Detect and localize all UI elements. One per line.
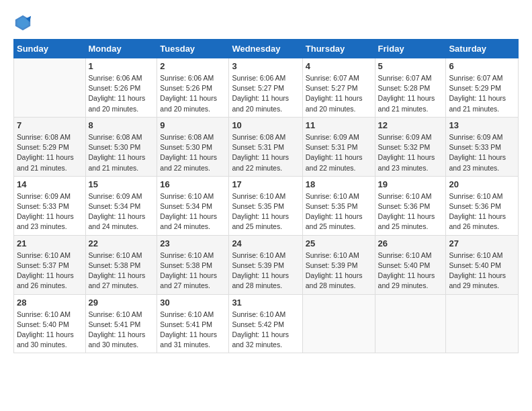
daylight-label: Daylight: 11 hours and 24 minutes. [160,212,217,230]
sunrise-label: Sunrise: 6:09 AM [89,192,142,200]
sunrise-label: Sunrise: 6:10 AM [232,192,285,200]
day-number: 11 [306,120,372,130]
sunrise-label: Sunrise: 6:06 AM [160,74,214,82]
page-header [13,13,519,32]
day-info: Sunrise: 6:08 AM Sunset: 5:30 PM Dayligh… [89,132,154,173]
day-number: 24 [232,238,299,248]
calendar-cell: 28 Sunrise: 6:10 AM Sunset: 5:40 PM Dayl… [14,294,86,353]
calendar-cell: 31 Sunrise: 6:10 AM Sunset: 5:42 PM Dayl… [229,294,302,353]
weekday-header-saturday: Saturday [446,40,519,58]
weekday-header-tuesday: Tuesday [157,40,229,58]
daylight-label: Daylight: 11 hours and 25 minutes. [378,212,435,230]
day-number: 27 [449,238,515,248]
sunrise-label: Sunrise: 6:10 AM [160,251,214,259]
calendar-week-row: 7 Sunrise: 6:08 AM Sunset: 5:29 PM Dayli… [14,117,519,176]
calendar-week-row: 28 Sunrise: 6:10 AM Sunset: 5:40 PM Dayl… [14,294,519,353]
calendar-cell [375,294,446,353]
sunrise-label: Sunrise: 6:10 AM [378,251,432,259]
sunrise-label: Sunrise: 6:10 AM [306,251,359,259]
day-info: Sunrise: 6:10 AM Sunset: 5:40 PM Dayligh… [449,250,515,291]
day-number: 21 [17,238,83,248]
calendar-week-row: 14 Sunrise: 6:09 AM Sunset: 5:33 PM Dayl… [14,176,519,235]
sunset-label: Sunset: 5:40 PM [449,261,501,269]
day-number: 26 [378,238,443,248]
sunrise-label: Sunrise: 6:10 AM [232,310,285,318]
sunset-label: Sunset: 5:42 PM [232,320,284,328]
day-info: Sunrise: 6:10 AM Sunset: 5:37 PM Dayligh… [17,250,83,291]
sunset-label: Sunset: 5:35 PM [306,202,358,210]
day-number: 12 [378,120,443,130]
day-number: 13 [449,120,515,130]
sunrise-label: Sunrise: 6:09 AM [17,192,71,200]
sunrise-label: Sunrise: 6:10 AM [378,192,432,200]
sunset-label: Sunset: 5:33 PM [449,143,501,151]
sunset-label: Sunset: 5:37 PM [17,261,69,269]
sunset-label: Sunset: 5:26 PM [89,84,141,92]
day-number: 18 [306,179,372,189]
calendar-cell: 5 Sunrise: 6:07 AM Sunset: 5:28 PM Dayli… [375,58,446,118]
sunrise-label: Sunrise: 6:06 AM [232,74,285,82]
sunrise-label: Sunrise: 6:09 AM [306,133,359,141]
calendar-cell: 19 Sunrise: 6:10 AM Sunset: 5:36 PM Dayl… [375,176,446,235]
calendar-cell: 23 Sunrise: 6:10 AM Sunset: 5:38 PM Dayl… [157,235,229,294]
daylight-label: Daylight: 11 hours and 28 minutes. [306,271,363,289]
daylight-label: Daylight: 11 hours and 20 minutes. [160,94,217,112]
day-number: 5 [378,61,443,71]
day-info: Sunrise: 6:10 AM Sunset: 5:42 PM Dayligh… [232,310,299,351]
sunrise-label: Sunrise: 6:10 AM [449,251,502,259]
day-info: Sunrise: 6:09 AM Sunset: 5:33 PM Dayligh… [449,132,515,173]
calendar-cell [302,294,375,353]
day-number: 10 [232,120,299,130]
day-number: 20 [449,179,515,189]
day-number: 4 [306,61,372,71]
daylight-label: Daylight: 11 hours and 21 minutes. [378,94,435,112]
sunset-label: Sunset: 5:28 PM [378,84,431,92]
calendar-cell [14,58,86,118]
daylight-label: Daylight: 11 hours and 21 minutes. [449,94,506,112]
day-info: Sunrise: 6:10 AM Sunset: 5:41 PM Dayligh… [89,310,154,351]
sunset-label: Sunset: 5:36 PM [378,202,431,210]
day-number: 17 [232,179,299,189]
sunrise-label: Sunrise: 6:06 AM [89,74,142,82]
sunrise-label: Sunrise: 6:08 AM [89,133,142,141]
daylight-label: Daylight: 11 hours and 27 minutes. [160,271,217,289]
calendar-cell: 14 Sunrise: 6:09 AM Sunset: 5:33 PM Dayl… [14,176,86,235]
daylight-label: Daylight: 11 hours and 27 minutes. [89,271,146,289]
day-info: Sunrise: 6:09 AM Sunset: 5:32 PM Dayligh… [378,132,443,173]
day-info: Sunrise: 6:06 AM Sunset: 5:26 PM Dayligh… [89,73,154,114]
sunset-label: Sunset: 5:34 PM [160,202,212,210]
calendar-cell: 15 Sunrise: 6:09 AM Sunset: 5:34 PM Dayl… [85,176,157,235]
sunset-label: Sunset: 5:27 PM [306,84,358,92]
sunrise-label: Sunrise: 6:07 AM [378,74,432,82]
sunset-label: Sunset: 5:33 PM [17,202,69,210]
day-info: Sunrise: 6:09 AM Sunset: 5:34 PM Dayligh… [89,191,154,232]
day-info: Sunrise: 6:10 AM Sunset: 5:36 PM Dayligh… [449,191,515,232]
day-number: 25 [306,238,372,248]
calendar-header-row: SundayMondayTuesdayWednesdayThursdayFrid… [14,40,519,58]
daylight-label: Daylight: 11 hours and 21 minutes. [89,153,146,171]
calendar-cell: 13 Sunrise: 6:09 AM Sunset: 5:33 PM Dayl… [446,117,519,176]
day-number: 7 [17,120,83,130]
sunset-label: Sunset: 5:38 PM [89,261,141,269]
daylight-label: Daylight: 11 hours and 20 minutes. [306,94,363,112]
sunset-label: Sunset: 5:41 PM [89,320,141,328]
day-info: Sunrise: 6:10 AM Sunset: 5:35 PM Dayligh… [232,191,299,232]
sunset-label: Sunset: 5:39 PM [232,261,284,269]
sunset-label: Sunset: 5:30 PM [160,143,212,151]
day-number: 31 [232,298,299,308]
sunset-label: Sunset: 5:26 PM [160,84,212,92]
calendar-cell: 8 Sunrise: 6:08 AM Sunset: 5:30 PM Dayli… [85,117,157,176]
sunrise-label: Sunrise: 6:07 AM [306,74,359,82]
calendar-cell: 4 Sunrise: 6:07 AM Sunset: 5:27 PM Dayli… [302,58,375,118]
daylight-label: Daylight: 11 hours and 29 minutes. [449,271,506,289]
calendar-cell: 26 Sunrise: 6:10 AM Sunset: 5:40 PM Dayl… [375,235,446,294]
day-info: Sunrise: 6:10 AM Sunset: 5:36 PM Dayligh… [378,191,443,232]
day-number: 22 [89,238,154,248]
calendar-cell: 9 Sunrise: 6:08 AM Sunset: 5:30 PM Dayli… [157,117,229,176]
sunrise-label: Sunrise: 6:10 AM [89,310,142,318]
day-number: 28 [17,298,83,308]
day-number: 23 [160,238,226,248]
calendar-cell: 18 Sunrise: 6:10 AM Sunset: 5:35 PM Dayl… [302,176,375,235]
weekday-header-sunday: Sunday [14,40,86,58]
day-info: Sunrise: 6:10 AM Sunset: 5:34 PM Dayligh… [160,191,226,232]
